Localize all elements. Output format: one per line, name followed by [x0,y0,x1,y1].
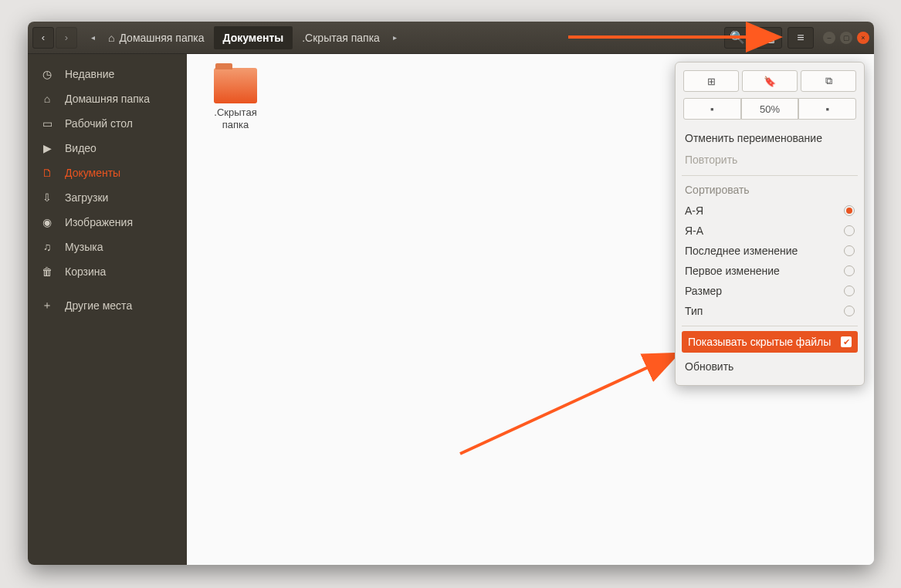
sort-option-label: Тип [685,305,703,317]
sort-header: Сортировать [683,181,856,201]
sort-option-za[interactable]: Я-А [683,221,856,241]
new-folder-button[interactable]: ⊞ [683,70,739,92]
sort-option-label: Размер [685,285,722,297]
radio-icon [844,225,855,236]
radio-selected-icon [844,205,855,216]
zoom-in-button[interactable]: ▪ [798,98,856,120]
popover-action-row: ⊞ 🔖 ⧉ [683,70,856,92]
show-hidden-files-toggle[interactable]: Показывать скрытые файлы ✔ [682,331,858,353]
bookmark-button[interactable]: 🔖 [742,70,798,92]
annotation-arrow-icon [460,355,675,454]
file-manager-window: ‹ › ◂ ⌂ Домашняя папка Документы .Скрыта… [28,22,874,565]
radio-icon [844,306,855,316]
radio-icon [844,286,855,296]
hamburger-popover: ⊞ 🔖 ⧉ ▪ 50% ▪ Отменить переименование По… [675,62,865,386]
new-tab-button[interactable]: ⧉ [801,70,856,92]
sort-option-label: Я-А [685,225,703,237]
sort-option-label: Последнее изменение [685,245,798,257]
zoom-level-label: 50% [741,98,799,120]
separator [682,175,858,176]
sort-option-type[interactable]: Тип [683,301,856,321]
bookmark-icon: 🔖 [764,76,776,87]
minus-icon: ▪ [710,103,714,115]
zoom-out-button[interactable]: ▪ [683,98,741,120]
radio-icon [844,245,855,256]
new-folder-icon: ⊞ [707,76,716,87]
show-hidden-label: Показывать скрытые файлы [688,336,831,348]
zoom-control: ▪ 50% ▪ [683,98,856,120]
sort-option-label: Первое изменение [685,265,780,277]
redo-item: Повторить [683,149,856,171]
sort-option-first-modified[interactable]: Первое изменение [683,261,856,281]
separator [682,326,858,326]
tab-icon: ⧉ [825,75,832,87]
reload-item[interactable]: Обновить [683,356,856,377]
sort-option-size[interactable]: Размер [683,281,856,301]
radio-icon [844,265,855,276]
sort-option-label: А-Я [685,204,703,217]
checkbox-checked-icon: ✔ [841,336,852,347]
undo-rename-item[interactable]: Отменить переименование [683,127,856,149]
plus-icon: ▪ [825,103,829,115]
sort-option-last-modified[interactable]: Последнее изменение [683,241,856,261]
sort-option-az[interactable]: А-Я [683,201,856,221]
